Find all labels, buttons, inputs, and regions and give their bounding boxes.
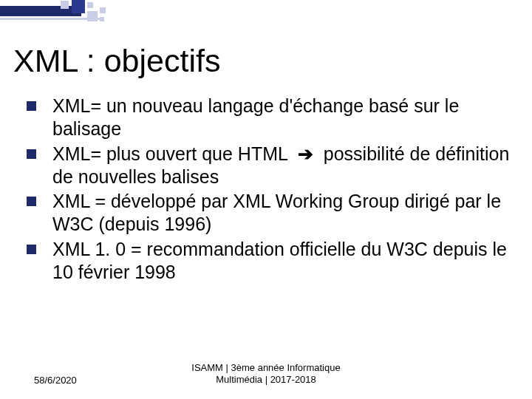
footer-line1: ISAMM | 3ème année Informatique bbox=[191, 362, 340, 373]
footer-date: 58/6/2020 bbox=[34, 375, 77, 386]
slide-decoration bbox=[0, 0, 532, 35]
slide-title: XML : objectifs bbox=[13, 43, 220, 79]
list-item-text-part: XML= plus ouvert que HTML bbox=[52, 143, 298, 164]
footer-center: ISAMM | 3ème année Informatique Multiméd… bbox=[191, 362, 340, 386]
list-item: XML= un nouveau langage d'échange basé s… bbox=[24, 95, 514, 141]
arrow-right-icon: ➔ bbox=[298, 143, 313, 164]
square-bullet-icon bbox=[27, 245, 36, 254]
list-item-text: XML = développé par XML Working Group di… bbox=[52, 190, 514, 236]
list-item-text: XML= plus ouvert que HTML ➔ possibilité … bbox=[52, 143, 514, 189]
list-item-text: XML 1. 0 = recommandation officielle du … bbox=[52, 238, 514, 284]
square-bullet-icon bbox=[27, 197, 36, 206]
bullet-list: XML= un nouveau langage d'échange basé s… bbox=[24, 95, 514, 285]
list-item: XML= plus ouvert que HTML ➔ possibilité … bbox=[24, 143, 514, 189]
square-bullet-icon bbox=[27, 149, 36, 159]
list-item: XML 1. 0 = recommandation officielle du … bbox=[24, 238, 514, 284]
square-bullet-icon bbox=[27, 101, 36, 111]
list-item-text: XML= un nouveau langage d'échange basé s… bbox=[52, 95, 514, 141]
list-item: XML = développé par XML Working Group di… bbox=[24, 190, 514, 236]
footer-line2: Multimédia | 2017-2018 bbox=[216, 374, 316, 385]
